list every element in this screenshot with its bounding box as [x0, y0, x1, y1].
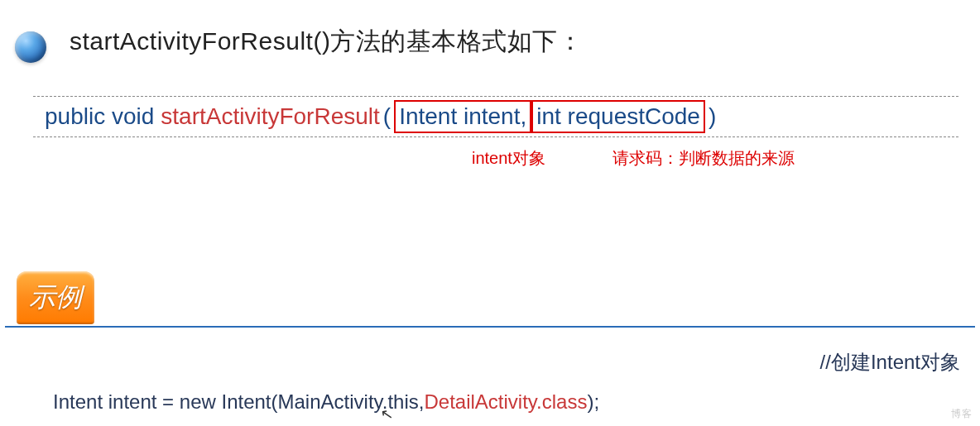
modifiers-text: public void: [45, 103, 154, 130]
close-paren: ): [709, 103, 716, 130]
code1-comment: //创建Intent对象: [820, 342, 960, 426]
param2-box: int requestCode: [531, 100, 705, 133]
example-label: 示例: [29, 280, 82, 316]
sphere-bullet-icon: [15, 31, 46, 63]
example-code-block: Intent intent = new Intent(MainActivity.…: [5, 326, 975, 426]
param1-box: Intent intent,: [394, 100, 531, 133]
example-badge: 示例: [17, 271, 94, 324]
code-line-1: Intent intent = new Intent(MainActivity.…: [20, 342, 960, 426]
annotation-requestcode: 请求码：判断数据的来源: [612, 147, 795, 170]
heading-text: startActivityForResult()方法的基本格式如下：: [70, 25, 583, 59]
method-name-text: startActivityForResult: [161, 103, 380, 130]
code1-part-c: );: [587, 390, 599, 413]
open-paren: (: [383, 103, 391, 130]
method-signature: public void startActivityForResult ( Int…: [33, 96, 958, 137]
watermark-text: 博客: [951, 407, 972, 421]
code1-part-b: DetailActivity.class: [424, 390, 587, 413]
annotation-intent: intent对象: [472, 147, 545, 170]
code1-part-a: Intent intent = new Intent(MainActivity.…: [53, 390, 424, 413]
